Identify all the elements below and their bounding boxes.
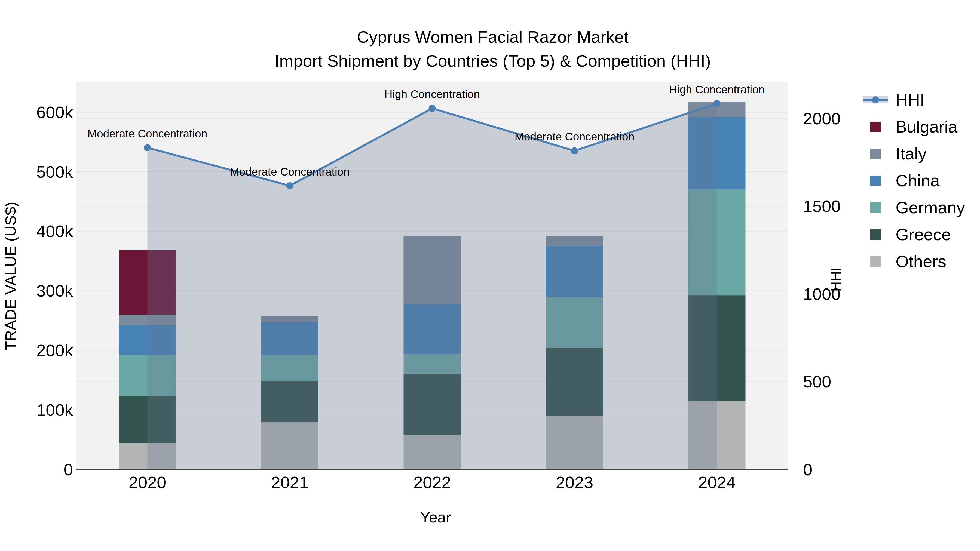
legend-label-bulgaria: Bulgaria: [896, 117, 958, 136]
legend-item-bulgaria[interactable]: Bulgaria: [863, 113, 965, 140]
y-right-tick-1500: 1500: [803, 197, 841, 216]
legend-item-hhi[interactable]: HHI: [863, 86, 965, 113]
y-left-tick-200k: 200k: [37, 341, 73, 360]
hhi-marker-2020[interactable]: [144, 144, 151, 151]
hhi-marker-2021[interactable]: [286, 182, 293, 189]
legend-label-china: China: [896, 171, 940, 190]
chart-title: Cyprus Women Facial Razor Market: [5, 25, 980, 49]
x-tick-2020: 2020: [129, 473, 166, 492]
y-right-tick-500: 500: [803, 372, 831, 391]
legend: HHI Bulgaria Italy China Germany Greece …: [863, 86, 965, 275]
hhi-line-sample-icon: [863, 95, 888, 104]
x-tick-2022: 2022: [414, 473, 451, 492]
y-left-tick-0: 0: [64, 460, 73, 479]
y-left-tick-300k: 300k: [37, 281, 73, 300]
annotation-2021: Moderate Concentration: [230, 165, 350, 178]
hhi-marker-2023[interactable]: [571, 147, 578, 154]
annotation-2023: Moderate Concentration: [515, 130, 635, 143]
legend-label-others: Others: [896, 252, 946, 271]
legend-item-greece[interactable]: Greece: [863, 221, 965, 248]
legend-item-china[interactable]: China: [863, 167, 965, 194]
hhi-marker-2022[interactable]: [429, 105, 436, 112]
legend-item-germany[interactable]: Germany: [863, 194, 965, 221]
bulgaria-swatch-icon: [870, 122, 881, 132]
italy-swatch-icon: [870, 149, 881, 159]
legend-label-greece: Greece: [896, 225, 951, 244]
legend-label-hhi: HHI: [896, 90, 925, 110]
china-swatch-icon: [870, 176, 881, 186]
x-tick-2021: 2021: [271, 473, 309, 492]
annotation-2020: Moderate Concentration: [88, 127, 207, 140]
annotation-2024: High Concentration: [669, 83, 765, 96]
y-right-tick-0: 0: [803, 460, 812, 479]
y-left-tick-500k: 500k: [37, 162, 73, 181]
y-right-tick-2000: 2000: [803, 109, 841, 128]
legend-item-others[interactable]: Others: [863, 248, 965, 275]
y-left-tick-400k: 400k: [37, 222, 73, 241]
greece-swatch-icon: [870, 229, 881, 240]
y-left-axis-title: TRADE VALUE (US$): [2, 202, 19, 351]
hhi-marker-2024[interactable]: [713, 100, 721, 107]
legend-label-italy: Italy: [896, 144, 927, 163]
chart-title-block: Cyprus Women Facial Razor Market Import …: [5, 25, 980, 73]
y-left-tick-600k: 600k: [37, 103, 73, 122]
figure: Moderate ConcentrationModerate Concentra…: [0, 0, 980, 551]
others-swatch-icon: [870, 256, 881, 267]
y-left-tick-100k: 100k: [37, 400, 73, 419]
x-tick-2024: 2024: [698, 473, 736, 492]
legend-item-italy[interactable]: Italy: [863, 140, 965, 167]
annotation-2022: High Concentration: [384, 88, 480, 100]
x-tick-2023: 2023: [556, 473, 593, 492]
x-axis-title: Year: [420, 508, 451, 526]
germany-swatch-icon: [870, 202, 881, 213]
y-right-axis-title: HHI: [828, 267, 844, 292]
legend-label-germany: Germany: [896, 198, 965, 217]
chart-subtitle: Import Shipment by Countries (Top 5) & C…: [5, 49, 980, 73]
